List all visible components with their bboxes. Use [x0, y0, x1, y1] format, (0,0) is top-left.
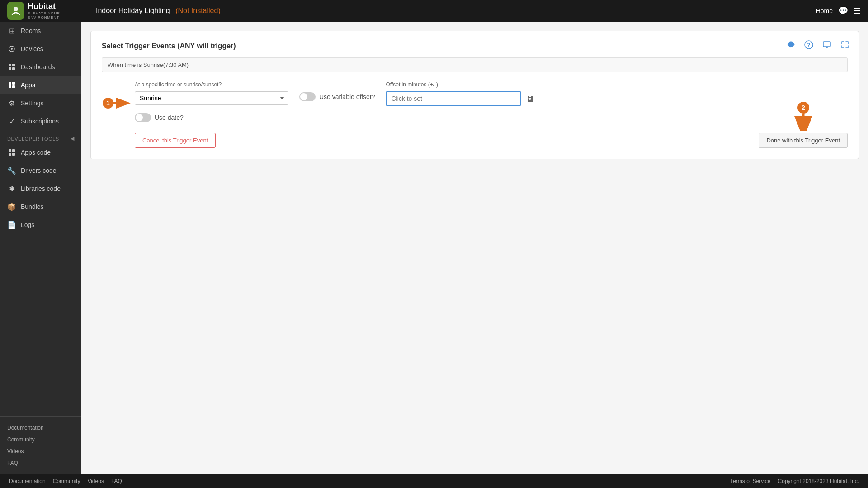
footer-right: Terms of Service Copyright 2018-2023 Hub…	[730, 478, 859, 484]
footer-community-link[interactable]: Community	[53, 478, 80, 484]
buttons-row: Cancel this Trigger Event	[135, 133, 848, 148]
settings-icon: ⚙	[7, 99, 16, 108]
footer-left: Documentation Community Videos FAQ	[9, 478, 122, 484]
svg-rect-7	[12, 67, 15, 70]
header-right: Home 💬 ☰	[816, 6, 861, 16]
libraries-code-icon: ✱	[7, 184, 16, 193]
sidebar-item-rooms[interactable]: ⊞ Rooms	[0, 22, 81, 40]
header-title: Indoor Holiday Lighting (Not Installed)	[89, 7, 816, 15]
logo-tagline: ELEVATE YOUR ENVIRONMENT	[28, 11, 89, 19]
logo-area: Hubitat ELEVATE YOUR ENVIRONMENT	[7, 2, 89, 20]
sidebar-item-dashboards[interactable]: Dashboards	[0, 58, 81, 76]
sidebar-item-drivers-code[interactable]: 🔧 Drivers code	[0, 161, 81, 180]
settings-panel-icon[interactable]	[784, 38, 797, 51]
help-panel-icon[interactable]: ?	[802, 38, 815, 51]
developer-tools-label: Developer tools ◀	[0, 130, 81, 143]
svg-rect-4	[9, 64, 11, 66]
expand-panel-icon[interactable]	[839, 38, 851, 51]
footer-documentation-link[interactable]: Documentation	[9, 478, 46, 484]
sidebar-footer: Documentation Community Videos FAQ	[0, 416, 81, 474]
logo-text-group: Hubitat ELEVATE YOUR ENVIRONMENT	[28, 2, 89, 19]
form-columns: At a specific time or sunrise/sunset? Su…	[135, 81, 848, 148]
footer-faq[interactable]: FAQ	[0, 457, 81, 469]
offset-input[interactable]	[386, 91, 521, 106]
sidebar-item-settings[interactable]: ⚙ Settings	[0, 94, 81, 112]
main-panel: ? Select Trigger Events (ANY will trigge…	[90, 31, 859, 159]
chat-icon[interactable]: 💬	[838, 6, 848, 16]
time-select-group: At a specific time or sunrise/sunset? Su…	[135, 81, 288, 105]
sidebar-settings-label: Settings	[21, 99, 44, 107]
cancel-trigger-button[interactable]: Cancel this Trigger Event	[135, 133, 216, 148]
sidebar-apps-label: Apps	[21, 81, 35, 89]
sidebar-devices-label: Devices	[21, 45, 43, 52]
home-link[interactable]: Home	[816, 7, 833, 14]
svg-text:?: ?	[807, 42, 810, 48]
done-trigger-button[interactable]: Done with this Trigger Event	[759, 133, 848, 148]
svg-rect-8	[9, 82, 11, 85]
svg-rect-11	[12, 85, 15, 88]
rooms-icon: ⊞	[7, 26, 16, 35]
section-title: Select Trigger Events (ANY will trigger)	[102, 42, 848, 50]
sidebar-item-subscriptions[interactable]: ✓ Subscriptions	[0, 112, 81, 130]
down-arrow-svg: 2	[790, 101, 817, 131]
svg-text:1: 1	[106, 99, 110, 107]
sidebar-item-apps[interactable]: Apps	[0, 76, 81, 94]
menu-icon[interactable]: ☰	[854, 6, 861, 16]
sidebar-item-libraries-code[interactable]: ✱ Libraries code	[0, 180, 81, 198]
sidebar-logs-label: Logs	[21, 221, 34, 228]
time-label: At a specific time or sunrise/sunset?	[135, 81, 288, 88]
devices-icon	[7, 44, 16, 53]
app-status: (Not Installed)	[175, 7, 221, 14]
use-date-toggle[interactable]	[135, 113, 151, 122]
svg-text:2: 2	[802, 104, 805, 111]
collapse-icon[interactable]: ◀	[71, 136, 75, 142]
monitor-panel-icon[interactable]	[821, 38, 833, 51]
footer-documentation[interactable]: Documentation	[0, 422, 81, 434]
svg-rect-6	[9, 67, 11, 70]
sidebar-item-logs[interactable]: 📄 Logs	[0, 216, 81, 234]
logs-icon: 📄	[7, 220, 16, 229]
sidebar-dashboards-label: Dashboards	[21, 63, 55, 71]
subscriptions-icon: ✓	[7, 117, 16, 126]
use-date-label: Use date?	[155, 114, 184, 121]
dashboards-icon	[7, 62, 16, 71]
form-row-main: At a specific time or sunrise/sunset? Su…	[135, 81, 848, 106]
svg-point-1	[14, 7, 18, 11]
variable-offset-toggle[interactable]	[299, 92, 316, 101]
sidebar-drivers-code-label: Drivers code	[21, 167, 57, 174]
offset-row	[386, 91, 537, 106]
app-title: Indoor Holiday Lighting	[96, 7, 170, 14]
header: Hubitat ELEVATE YOUR ENVIRONMENT Indoor …	[0, 0, 868, 22]
bundles-icon: 📦	[7, 202, 16, 211]
svg-rect-13	[12, 149, 15, 152]
logo-name: Hubitat	[28, 2, 89, 11]
svg-rect-12	[9, 149, 11, 152]
apps-icon	[7, 81, 16, 90]
offset-save-icon[interactable]	[524, 92, 537, 105]
form-area: 1 At a specific time or sunrise/sunset? …	[102, 81, 848, 148]
copyright-text: Copyright 2018-2023 Hubitat, Inc.	[778, 478, 859, 484]
panel-icons: ?	[784, 38, 851, 51]
footer: Documentation Community Videos FAQ Terms…	[0, 474, 868, 488]
svg-rect-5	[12, 64, 15, 66]
sidebar-bundles-label: Bundles	[21, 203, 44, 210]
svg-rect-10	[9, 85, 11, 88]
current-trigger-display: When time is Sunrise(7:30 AM)	[102, 57, 848, 72]
terms-of-service-link[interactable]: Terms of Service	[730, 478, 770, 484]
arrow-annotation-2: 2	[790, 101, 817, 132]
footer-videos[interactable]: Videos	[0, 445, 81, 457]
footer-community[interactable]: Community	[0, 434, 81, 445]
hubitat-logo-icon	[7, 2, 24, 20]
main-layout: ⊞ Rooms Devices Dashboards Apps ⚙ Settin…	[0, 22, 868, 474]
sidebar-apps-code-label: Apps code	[21, 149, 51, 156]
sidebar-rooms-label: Rooms	[21, 27, 41, 34]
footer-videos-link[interactable]: Videos	[87, 478, 104, 484]
done-wrapper: 2 Done with this Trigger Event	[759, 133, 848, 148]
time-select[interactable]: Sunrise Sunset Specific time	[135, 91, 288, 105]
sidebar-item-bundles[interactable]: 📦 Bundles	[0, 198, 81, 216]
sidebar-item-apps-code[interactable]: Apps code	[0, 143, 81, 161]
drivers-code-icon: 🔧	[7, 166, 16, 175]
sidebar-item-devices[interactable]: Devices	[0, 40, 81, 58]
sidebar-subscriptions-label: Subscriptions	[21, 118, 59, 125]
footer-faq-link[interactable]: FAQ	[111, 478, 122, 484]
